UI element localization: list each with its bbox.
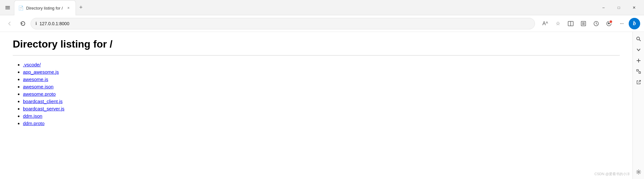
titlebar-left xyxy=(3,3,13,13)
sidebar-settings-button[interactable] xyxy=(634,168,643,176)
list-item: boardcast_client.js xyxy=(23,99,620,104)
maximize-button[interactable]: □ xyxy=(611,0,626,15)
refresh-button[interactable] xyxy=(17,18,29,29)
list-item: .vscode/ xyxy=(23,62,620,67)
titlebar: 📄 Directory listing for / × + – □ ✕ xyxy=(0,0,644,15)
bing-button[interactable]: b xyxy=(629,18,640,29)
file-link[interactable]: ddm.json xyxy=(23,113,42,119)
read-aloud-icon: Aᴬ xyxy=(542,20,548,26)
svg-point-21 xyxy=(638,171,639,173)
right-sidebar xyxy=(633,32,644,179)
svg-line-20 xyxy=(639,80,640,82)
svg-line-13 xyxy=(639,40,640,41)
sidebar-plus-button[interactable] xyxy=(634,56,643,65)
list-item: ddm.proto xyxy=(23,121,620,126)
svg-rect-1 xyxy=(5,7,10,8)
sidebar-crop-button[interactable] xyxy=(634,67,643,76)
list-item: awesome.proto xyxy=(23,91,620,97)
sidebar-external-button[interactable] xyxy=(634,78,643,87)
list-item: app_awesome.js xyxy=(23,69,620,75)
file-link[interactable]: awesome.json xyxy=(23,84,54,89)
svg-point-11 xyxy=(609,23,610,24)
file-link[interactable]: awesome.proto xyxy=(23,91,56,97)
tab-title: Directory listing for / xyxy=(26,6,63,11)
svg-rect-17 xyxy=(639,72,640,73)
list-item: awesome.js xyxy=(23,77,620,82)
navbar: ℹ Aᴬ ☆ ··· b xyxy=(0,15,644,32)
new-tab-button[interactable]: + xyxy=(76,3,86,13)
watermark: CSDN @爱看书的小沣 xyxy=(595,172,630,176)
close-button[interactable]: ✕ xyxy=(627,0,641,15)
tab-page-icon: 📄 xyxy=(18,5,24,11)
address-bar[interactable]: ℹ xyxy=(31,18,535,29)
svg-rect-2 xyxy=(5,9,10,9)
main-content: Directory listing for / .vscode/app_awes… xyxy=(0,32,633,179)
list-item: awesome.json xyxy=(23,84,620,89)
divider xyxy=(13,55,620,56)
favorites-button[interactable]: ☆ xyxy=(552,18,564,29)
ellipsis-icon: ··· xyxy=(620,20,624,27)
url-input[interactable] xyxy=(40,21,530,26)
sidebar-toggle-button[interactable] xyxy=(3,3,13,13)
file-link[interactable]: .vscode/ xyxy=(23,62,41,67)
info-icon: ℹ xyxy=(35,21,37,26)
bing-icon: b xyxy=(633,20,636,27)
toolbar-icons: Aᴬ ☆ ··· b xyxy=(539,18,640,29)
page-title: Directory listing for / xyxy=(13,38,620,50)
sidebar-search-button[interactable] xyxy=(634,34,643,43)
file-link[interactable]: boardcast_client.js xyxy=(23,99,62,104)
minimize-button[interactable]: – xyxy=(596,0,611,15)
tab-bar: 📄 Directory listing for / × + xyxy=(14,0,596,15)
file-link[interactable]: boardcast_server.js xyxy=(23,106,64,111)
window-controls: – □ ✕ xyxy=(596,0,641,15)
read-aloud-button[interactable]: Aᴬ xyxy=(539,18,551,29)
file-link[interactable]: app_awesome.js xyxy=(23,69,59,75)
file-list: .vscode/app_awesome.jsawesome.jsawesome.… xyxy=(13,62,620,126)
svg-rect-0 xyxy=(5,6,10,7)
browser-essentials-button[interactable] xyxy=(590,18,602,29)
split-screen-button[interactable] xyxy=(565,18,576,29)
collections-button[interactable] xyxy=(578,18,589,29)
list-item: ddm.json xyxy=(23,113,620,119)
tab-close-button[interactable]: × xyxy=(65,5,72,11)
more-tools-button[interactable]: ··· xyxy=(616,18,627,29)
file-link[interactable]: awesome.js xyxy=(23,77,48,82)
file-link[interactable]: ddm.proto xyxy=(23,121,45,126)
sidebar-down-button[interactable] xyxy=(634,45,643,54)
active-tab[interactable]: 📄 Directory listing for / × xyxy=(14,0,76,15)
list-item: boardcast_server.js xyxy=(23,106,620,111)
star-icon: ☆ xyxy=(556,20,560,26)
svg-rect-16 xyxy=(637,70,638,71)
extensions-button[interactable] xyxy=(603,18,615,29)
back-button[interactable] xyxy=(4,18,15,29)
